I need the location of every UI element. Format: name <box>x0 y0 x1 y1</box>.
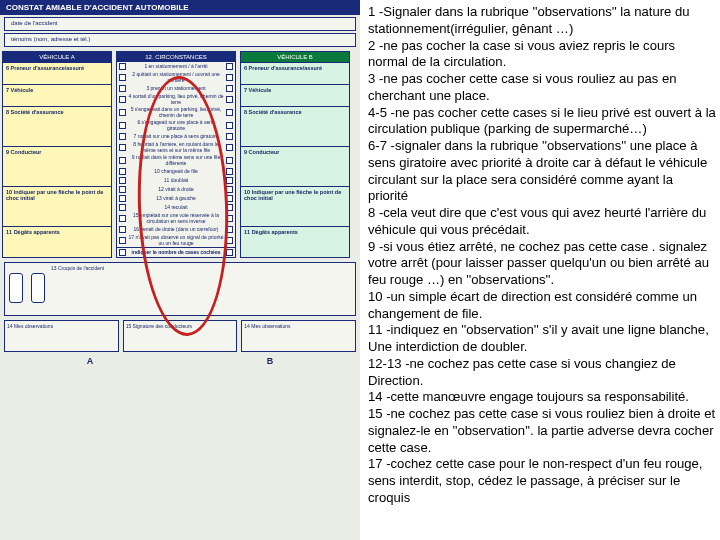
checkbox-a <box>119 195 126 202</box>
bottom-row: 14 Mes observations 15 Signature des con… <box>4 320 356 352</box>
circ-row: 1 en stationnement / à l'arrêt <box>117 62 235 71</box>
checkbox-a <box>119 144 126 151</box>
checkbox-a <box>119 133 126 140</box>
circ-label: 13 virait à gauche <box>126 196 226 202</box>
checkbox-b <box>226 204 233 211</box>
observations-a: 14 Mes observations <box>4 320 119 352</box>
count-box-a <box>119 249 126 256</box>
form-columns: VÉHICULE A 6 Preneur d'assurance/assuré … <box>0 51 360 258</box>
checkbox-a <box>119 168 126 175</box>
circ-row: 7 roulait sur une place à sens giratoire <box>117 132 235 141</box>
label-b: B <box>267 356 274 366</box>
checkbox-b <box>226 63 233 70</box>
circ-label: 11 doublait <box>126 178 226 184</box>
circ-label: 7 roulait sur une place à sens giratoire <box>126 134 226 140</box>
circ-label: 3 prenait un stationnement <box>126 86 226 92</box>
circ-row: 16 venait de droite (dans un carrefour) <box>117 225 235 234</box>
circ-label: 15 empiétait sur une voie réservée à la … <box>126 213 226 224</box>
circ-label: 5 s'engageait dans un parking, lieu priv… <box>126 107 226 118</box>
circ-label: 1 en stationnement / à l'arrêt <box>126 64 226 70</box>
constat-form-image: CONSTAT AMIABLE D'ACCIDENT AUTOMOBILE da… <box>0 0 360 540</box>
checkbox-a <box>119 122 126 129</box>
form-title: CONSTAT AMIABLE D'ACCIDENT AUTOMOBILE <box>0 0 360 15</box>
note-item: 14 -cette manœuvre engage toujours sa re… <box>368 389 716 406</box>
circ-row: 17 n'avait pas observé un signal de prio… <box>117 234 235 247</box>
checkbox-a <box>119 109 126 116</box>
checkbox-a <box>119 237 126 244</box>
observations-b: 14 Mes observations <box>241 320 356 352</box>
checkbox-b <box>226 96 233 103</box>
checkbox-b <box>226 122 233 129</box>
circ-label: 14 reculait <box>126 205 226 211</box>
checkbox-b <box>226 215 233 222</box>
circ-row: 11 doublait <box>117 176 235 185</box>
note-item: 17 -cochez cette case pour le non-respec… <box>368 456 716 506</box>
count-box-b <box>226 249 233 256</box>
checkbox-a <box>119 204 126 211</box>
note-item: 8 -cela veut dire que c'est vous qui ave… <box>368 205 716 239</box>
circ-label: 6 s'engageait sur une place à sens girat… <box>126 120 226 131</box>
checkbox-b <box>226 186 233 193</box>
car-shape-icon <box>31 273 45 303</box>
circumstances-header: 12. CIRCONSTANCES <box>117 52 235 62</box>
circ-label: 16 venait de droite (dans un carrefour) <box>126 227 226 233</box>
checkbox-a <box>119 96 126 103</box>
circ-row: 2 quittait un stationnement / ouvrait un… <box>117 71 235 84</box>
checkbox-a <box>119 215 126 222</box>
footer-ab: A B <box>0 354 360 366</box>
vehicle-b-header: VÉHICULE B <box>241 52 349 62</box>
checkbox-b <box>226 195 233 202</box>
vehicle-a-column: VÉHICULE A 6 Preneur d'assurance/assuré … <box>2 51 112 258</box>
checkbox-b <box>226 157 233 164</box>
checkbox-a <box>119 186 126 193</box>
circ-row: 15 empiétait sur une voie réservée à la … <box>117 212 235 225</box>
note-item: 10 -un simple écart de direction est con… <box>368 289 716 323</box>
checkbox-b <box>226 177 233 184</box>
circ-row: 3 prenait un stationnement <box>117 84 235 93</box>
circ-label: 4 sortait d'un parking, lieu privé, chem… <box>126 94 226 105</box>
note-item: 2 -ne pas cocher la case si vous aviez r… <box>368 38 716 72</box>
checkbox-a <box>119 85 126 92</box>
checkbox-b <box>226 144 233 151</box>
circ-row: 12 virait à droite <box>117 185 235 194</box>
circ-row: 14 reculait <box>117 203 235 212</box>
circ-label: 2 quittait un stationnement / ouvrait un… <box>126 72 226 83</box>
note-item: 1 -Signaler dans la rubrique ''observati… <box>368 4 716 38</box>
checkbox-b <box>226 109 233 116</box>
checkbox-b <box>226 85 233 92</box>
circumstances-column: 12. CIRCONSTANCES 1 en stationnement / à… <box>116 51 236 258</box>
checkbox-b <box>226 133 233 140</box>
checkbox-b <box>226 74 233 81</box>
circ-label: 10 changeait de file <box>126 169 226 175</box>
checkbox-a <box>119 63 126 70</box>
circ-label: 9 roulait dans le même sens sur une file… <box>126 155 226 166</box>
circ-row: 4 sortait d'un parking, lieu privé, chem… <box>117 93 235 106</box>
checkbox-b <box>226 226 233 233</box>
circ-row: 8 heurtait à l'arrière, en roulant dans … <box>117 141 235 154</box>
checkbox-a <box>119 177 126 184</box>
form-subhead-date: date de l'accident <box>4 17 356 31</box>
sketch-box: 13 Croquis de l'accident <box>4 262 356 316</box>
label-a: A <box>87 356 94 366</box>
circ-row: 5 s'engageait dans un parking, lieu priv… <box>117 106 235 119</box>
note-item: 9 -si vous étiez arrêté, ne cochez pas c… <box>368 239 716 289</box>
circ-label: 8 heurtait à l'arrière, en roulant dans … <box>126 142 226 153</box>
note-item: 3 -ne pas cocher cette case si vous roul… <box>368 71 716 105</box>
circ-row: 10 changeait de file <box>117 167 235 176</box>
checkbox-b <box>226 237 233 244</box>
circ-label: 17 n'avait pas observé un signal de prio… <box>126 235 226 246</box>
circ-row: 9 roulait dans le même sens sur une file… <box>117 154 235 167</box>
car-shape-icon <box>9 273 23 303</box>
checkbox-a <box>119 74 126 81</box>
checkbox-a <box>119 157 126 164</box>
note-item: 11 -indiquez en ''observation'' s'il y a… <box>368 322 716 356</box>
signatures: 15 Signature des conducteurs <box>123 320 238 352</box>
circ-row: 13 virait à gauche <box>117 194 235 203</box>
circ-row: 6 s'engageait sur une place à sens girat… <box>117 119 235 132</box>
circ-label: 12 virait à droite <box>126 187 226 193</box>
checkbox-a <box>119 226 126 233</box>
notes-text: 1 -Signaler dans la rubrique ''observati… <box>360 0 720 540</box>
note-item: 6-7 -signaler dans la rubrique ''observa… <box>368 138 716 205</box>
vehicle-a-header: VÉHICULE A <box>3 52 111 62</box>
vehicle-b-column: VÉHICULE B 6 Preneur d'assurance/assuré … <box>240 51 350 258</box>
